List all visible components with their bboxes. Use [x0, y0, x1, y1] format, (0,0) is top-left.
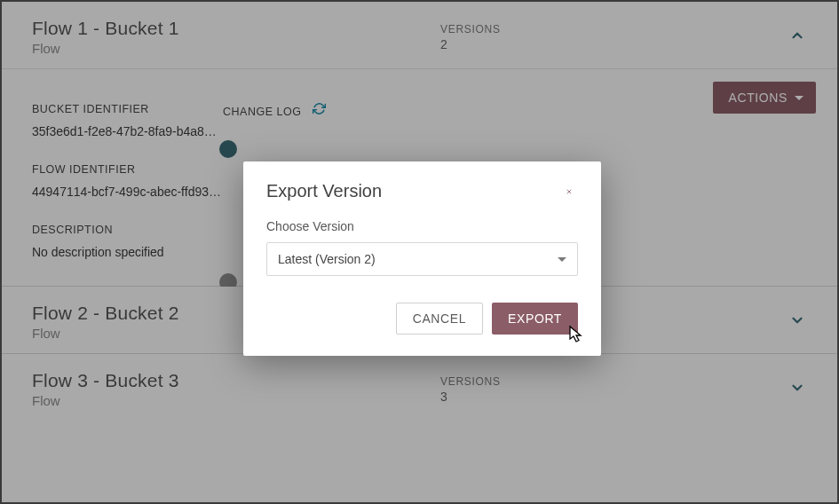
change-log-label: CHANGE LOG: [223, 106, 301, 118]
description-label: DESCRIPTION: [32, 224, 223, 236]
versions-label: VERSIONS: [440, 375, 501, 388]
chevron-down-icon[interactable]: [789, 380, 805, 396]
dialog-title: Export Version: [266, 181, 382, 201]
bucket-identifier-value: 35f3e6d1-f2e8-47b2-8fa9-b4a85…: [32, 124, 223, 138]
page-frame: Flow 1 - Bucket 1 Flow VERSIONS 2 ACTION…: [0, 0, 839, 504]
chevron-up-icon[interactable]: [789, 28, 805, 43]
export-version-dialog: Export Version Choose Version Latest (Ve…: [243, 161, 601, 356]
versions-count: 2: [440, 37, 501, 51]
caret-down-icon: [558, 257, 566, 262]
flow-subtitle: Flow: [32, 393, 440, 408]
version-select[interactable]: Latest (Version 2): [266, 242, 578, 276]
actions-button[interactable]: ACTIONS: [713, 82, 816, 114]
choose-version-label: Choose Version: [266, 219, 578, 233]
flow-title: Flow 3 - Bucket 3: [32, 370, 440, 391]
versions-count: 3: [440, 390, 501, 404]
flow-row-3: Flow 3 - Bucket 3 Flow VERSIONS 3: [2, 354, 837, 421]
export-button-label: EXPORT: [508, 311, 562, 326]
flow-subtitle: Flow: [32, 41, 440, 56]
description-value: No description specified: [32, 245, 223, 259]
actions-button-label: ACTIONS: [729, 91, 788, 105]
flow-title: Flow 1 - Bucket 1: [32, 18, 440, 39]
cancel-button-label: CANCEL: [413, 311, 466, 326]
export-button[interactable]: EXPORT: [492, 303, 578, 335]
flow-row-1-header[interactable]: Flow 1 - Bucket 1 Flow VERSIONS 2: [2, 2, 837, 68]
bucket-identifier-label: BUCKET IDENTIFIER: [32, 103, 223, 115]
version-select-value: Latest (Version 2): [278, 252, 376, 266]
chevron-down-icon[interactable]: [789, 312, 805, 328]
flow-identifier-value: 44947114-bcf7-499c-abec-ffd93c…: [32, 185, 223, 199]
close-icon[interactable]: [560, 183, 578, 201]
refresh-icon[interactable]: [313, 102, 326, 119]
flow-row-3-header[interactable]: Flow 3 - Bucket 3 Flow VERSIONS 3: [2, 354, 837, 421]
cancel-button[interactable]: CANCEL: [396, 303, 483, 335]
caret-down-icon: [795, 96, 803, 100]
timeline-dot-latest: [219, 140, 237, 158]
flow-identifier-label: FLOW IDENTIFIER: [32, 163, 223, 176]
versions-label: VERSIONS: [440, 23, 501, 35]
